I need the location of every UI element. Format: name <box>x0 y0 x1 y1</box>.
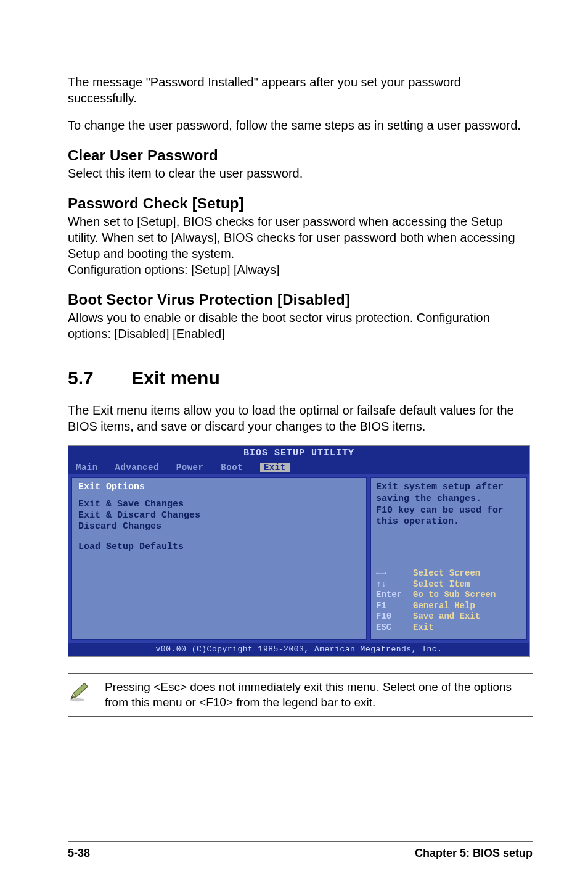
section-heading-boot-sector: Boot Sector Virus Protection [Disabled] <box>68 291 533 308</box>
legend-label: Exit <box>413 622 434 633</box>
bios-tab-boot[interactable]: Boot <box>221 463 243 472</box>
bios-menu-item[interactable]: Exit & Discard Changes <box>78 510 360 521</box>
bios-title: BIOS SETUP UTILITY <box>68 446 529 461</box>
section-heading-clear-password: Clear User Password <box>68 147 533 164</box>
bios-footer: v00.00 (C)Copyright 1985-2003, American … <box>68 643 529 656</box>
bios-screenshot: BIOS SETUP UTILITY Main Advanced Power B… <box>68 445 530 657</box>
page: The message "Password Installed" appears… <box>0 0 588 887</box>
note-block: Pressing <Esc> does not immediately exit… <box>68 673 533 717</box>
page-footer: 5-38 Chapter 5: BIOS setup <box>68 841 533 860</box>
bios-menu-item[interactable]: Exit & Save Changes <box>78 499 360 510</box>
legend-key: ↑↓ <box>376 579 407 590</box>
chapter-heading: 5.7 Exit menu <box>68 368 533 389</box>
legend-label: Select Item <box>413 579 470 590</box>
bios-menu-item[interactable]: Load Setup Defaults <box>78 542 360 552</box>
chapter-label: Chapter 5: BIOS setup <box>415 847 533 860</box>
paragraph: The Exit menu items allow you to load th… <box>68 402 533 434</box>
pencil-icon <box>68 680 91 706</box>
legend-label: General Help <box>413 601 475 612</box>
note-text: Pressing <Esc> does not immediately exit… <box>105 680 530 710</box>
legend-key: Enter <box>376 590 407 601</box>
chapter-title: Exit menu <box>131 368 219 388</box>
legend-key: ESC <box>376 622 407 633</box>
bios-legend: ←→Select Screen ↑↓Select Item EnterGo to… <box>376 568 521 633</box>
bios-help-text: Exit system setup after saving the chang… <box>376 482 521 528</box>
bios-left-pane: Exit Options Exit & Save Changes Exit & … <box>71 477 367 640</box>
bios-menu-item[interactable]: Discard Changes <box>78 521 360 532</box>
chapter-number: 5.7 <box>68 368 126 389</box>
section-heading-password-check: Password Check [Setup] <box>68 195 533 212</box>
bios-tab-exit[interactable]: Exit <box>260 463 290 472</box>
paragraph: Allows you to enable or disable the boot… <box>68 310 533 342</box>
legend-key: ←→ <box>376 568 407 579</box>
paragraph: The message "Password Installed" appears… <box>68 74 533 106</box>
paragraph: When set to [Setup], BIOS checks for use… <box>68 213 533 278</box>
bios-tab-power[interactable]: Power <box>176 463 204 472</box>
paragraph: To change the user password, follow the … <box>68 117 533 133</box>
bios-tab-advanced[interactable]: Advanced <box>115 463 159 472</box>
legend-label: Save and Exit <box>413 611 480 622</box>
bios-tab-main[interactable]: Main <box>76 463 98 472</box>
page-number: 5-38 <box>68 847 90 860</box>
bios-right-pane: Exit system setup after saving the chang… <box>370 477 527 640</box>
paragraph: Select this item to clear the user passw… <box>68 165 533 181</box>
divider <box>72 495 366 495</box>
legend-label: Select Screen <box>413 568 480 579</box>
legend-label: Go to Sub Screen <box>413 590 496 601</box>
bios-body: Exit Options Exit & Save Changes Exit & … <box>68 474 529 643</box>
bios-pane-title: Exit Options <box>78 482 360 492</box>
legend-key: F1 <box>376 601 407 612</box>
svg-point-0 <box>70 698 84 701</box>
bios-tab-bar: Main Advanced Power Boot Exit <box>68 461 529 474</box>
spacer <box>78 532 360 541</box>
legend-key: F10 <box>376 611 407 622</box>
